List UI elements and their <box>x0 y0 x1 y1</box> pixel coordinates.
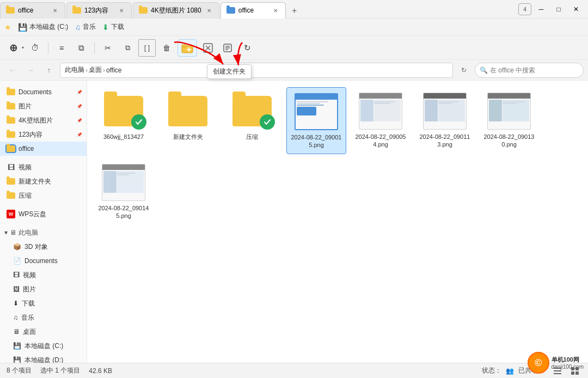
new-dropdown-arrow[interactable]: ▾ <box>22 45 24 50</box>
delete-button[interactable]: 🗑 <box>158 39 175 57</box>
back-button[interactable]: ← <box>4 63 20 78</box>
history-button[interactable]: ⏱ <box>26 39 44 57</box>
png-preview-5 <box>102 164 145 201</box>
sidebar-label-documents: Documents <box>19 88 52 96</box>
tab-office-active[interactable]: office ✕ <box>220 2 286 19</box>
close-button[interactable]: ✕ <box>568 2 584 17</box>
copy-button[interactable]: ⧉ <box>119 39 136 57</box>
preview-content-1 <box>296 100 337 118</box>
downloads-icon: ⬇ <box>13 300 19 307</box>
sidebar-item-comp-music[interactable]: ♫ 音乐 <box>0 310 87 325</box>
new-tab-button[interactable]: + <box>287 3 302 19</box>
refresh-toolbar-button[interactable]: ↻ <box>238 39 256 57</box>
fav-local-disk[interactable]: 💾 本地磁盘 (C:) <box>18 22 68 32</box>
preview-col-left-3 <box>425 100 438 121</box>
file-thumb-png3 <box>423 92 467 131</box>
tab-close-1[interactable]: ✕ <box>51 6 59 15</box>
disk-c-icon: 💾 <box>13 342 21 350</box>
sidebar-item-comp-video[interactable]: 🎞 视频 <box>0 268 87 282</box>
file-item-png4[interactable]: 2024-08-22_090130.png <box>479 87 539 154</box>
sidebar-label-wps: WPS云盘 <box>19 210 46 219</box>
file-thumb-png5 <box>102 163 145 202</box>
computer-icon: 🖥 <box>10 229 16 236</box>
sidebar: Documents 📌 图片 📌 4K壁纸图片 📌 123内容 📌 office <box>0 81 87 363</box>
preview-cols-3 <box>425 100 465 121</box>
sidebar-item-office[interactable]: office <box>0 142 87 156</box>
preview-bar-3 <box>424 93 466 99</box>
download-icon: ⬇ <box>102 23 109 32</box>
sidebar-item-newfolder[interactable]: 新建文件夹 <box>0 174 87 188</box>
file-item-360wjj[interactable]: 360wjj_813427 <box>94 87 154 154</box>
file-item-png5[interactable]: 2024-08-22_090145.png <box>94 158 154 224</box>
watermark-icon: © <box>528 352 549 374</box>
sidebar-item-disk-d[interactable]: 💾 本地磁盘 (D:) <box>0 353 87 363</box>
file-thumb-png2 <box>359 92 402 131</box>
sidebar-item-documents[interactable]: Documents 📌 <box>0 85 87 99</box>
sidebar-item-comp-pictures[interactable]: 🖼 图片 <box>0 282 87 296</box>
copy-path-button[interactable]: ⧉ <box>72 39 90 57</box>
video2-icon: 🎞 <box>13 271 20 279</box>
file-thumb-png1 <box>295 92 338 131</box>
rename-button[interactable]: [ ] <box>138 39 156 57</box>
status-label: 状态： <box>482 366 501 375</box>
preview-bar-1 <box>296 94 337 100</box>
search-box[interactable]: 🔍 <box>475 63 584 78</box>
minimize-button[interactable]: ─ <box>534 2 549 17</box>
tab-123[interactable]: 123内容 ✕ <box>66 2 132 19</box>
file-thumb-compress <box>230 92 274 131</box>
new-folder-button[interactable] <box>177 39 197 57</box>
folder-icon-4k <box>7 117 15 124</box>
cut-button[interactable]: ✂ <box>99 39 117 57</box>
sidebar-item-pictures[interactable]: 图片 📌 <box>0 99 87 113</box>
sidebar-item-4k[interactable]: 4K壁纸图片 📌 <box>0 113 87 127</box>
tab-close-3[interactable]: ✕ <box>205 6 213 15</box>
up-button[interactable]: ↑ <box>41 63 57 78</box>
sidebar-item-comp-documents[interactable]: 📄 Documents <box>0 254 87 268</box>
desktop-icon: 🖥 <box>13 328 20 336</box>
tab-4k[interactable]: 4K壁纸图片 1080 ✕ <box>133 2 219 19</box>
green-badge-360wjj <box>131 114 146 130</box>
maximize-button[interactable]: □ <box>551 2 566 17</box>
sidebar-item-wps[interactable]: W WPS云盘 <box>0 207 87 221</box>
preview-col-right-5 <box>117 171 144 193</box>
sidebar-item-3d[interactable]: 📦 3D 对象 <box>0 240 87 254</box>
tab-close-4[interactable]: ✕ <box>271 6 280 15</box>
new-folder-tooltip: 创建文件夹 <box>207 64 252 79</box>
forward-button[interactable]: → <box>23 63 38 78</box>
file-item-compress[interactable]: 压缩 <box>222 87 282 154</box>
fav-download[interactable]: ⬇ 下载 <box>102 22 124 32</box>
sidebar-label-disk-c: 本地磁盘 (C:) <box>24 342 63 351</box>
preview-btn-1 <box>297 107 316 115</box>
file-item-png3[interactable]: 2024-08-22_090113.png <box>415 87 475 154</box>
file-item-png2[interactable]: 2024-08-22_090054.png <box>351 87 411 154</box>
new-button[interactable]: ⊕ <box>4 39 22 57</box>
tab-office-1[interactable]: office ✕ <box>0 2 65 19</box>
file-item-png1[interactable]: 2024-08-22_090015.png <box>286 87 346 154</box>
sidebar-item-comp-downloads[interactable]: ⬇ 下载 <box>0 296 87 310</box>
folder-icon-360wjj <box>104 96 143 126</box>
sidebar-computer: ▾ 🖥 此电脑 📦 3D 对象 📄 Documents 🎞 视频 🖼 图片 <box>0 223 87 363</box>
file-item-newfolder[interactable]: 新建文件夹 <box>158 87 218 154</box>
compress-button[interactable] <box>199 39 217 57</box>
sidebar-item-compress[interactable]: 压缩 <box>0 188 87 203</box>
sidebar-item-comp-desktop[interactable]: 🖥 桌面 <box>0 325 87 339</box>
sidebar-item-disk-c[interactable]: 💾 本地磁盘 (C:) <box>0 339 87 353</box>
sidebar-item-video[interactable]: 🎞 视频 <box>0 160 87 174</box>
sidebar-pin-4k: 📌 <box>77 118 82 123</box>
address-path[interactable]: 此电脑 › 桌面 › office <box>60 63 453 78</box>
sidebar-wps: W WPS云盘 <box>0 205 87 223</box>
fav-music[interactable]: ♫ 音乐 <box>75 22 96 32</box>
sidebar-computer-header[interactable]: ▾ 🖥 此电脑 <box>0 225 87 240</box>
search-input[interactable] <box>490 66 579 74</box>
music2-icon: ♫ <box>13 314 18 321</box>
svg-rect-1 <box>182 45 186 47</box>
menu-button[interactable]: ≡ <box>53 39 70 57</box>
sidebar-label-comp-video: 视频 <box>23 271 36 280</box>
tab-close-2[interactable]: ✕ <box>117 6 126 15</box>
new-button-group[interactable]: ⊕ ▾ <box>4 39 24 57</box>
sidebar-item-123[interactable]: 123内容 📌 <box>0 127 87 142</box>
wps-icon: W <box>7 210 15 218</box>
properties-button[interactable] <box>219 39 236 57</box>
refresh-button[interactable]: ↻ <box>456 63 471 78</box>
status-selected: 选中 1 个项目 <box>40 366 80 375</box>
